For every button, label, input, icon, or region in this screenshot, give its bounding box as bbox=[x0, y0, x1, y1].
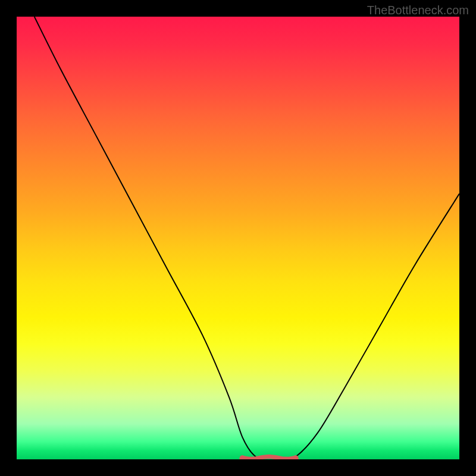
plot-area bbox=[17, 17, 459, 459]
highlight-end-dot bbox=[293, 455, 299, 459]
watermark-text: TheBottleneck.com bbox=[367, 4, 469, 17]
chart-svg bbox=[17, 17, 459, 459]
bottleneck-curve bbox=[35, 17, 459, 459]
highlight-segment bbox=[242, 456, 295, 459]
highlight-start-dot bbox=[239, 455, 245, 459]
